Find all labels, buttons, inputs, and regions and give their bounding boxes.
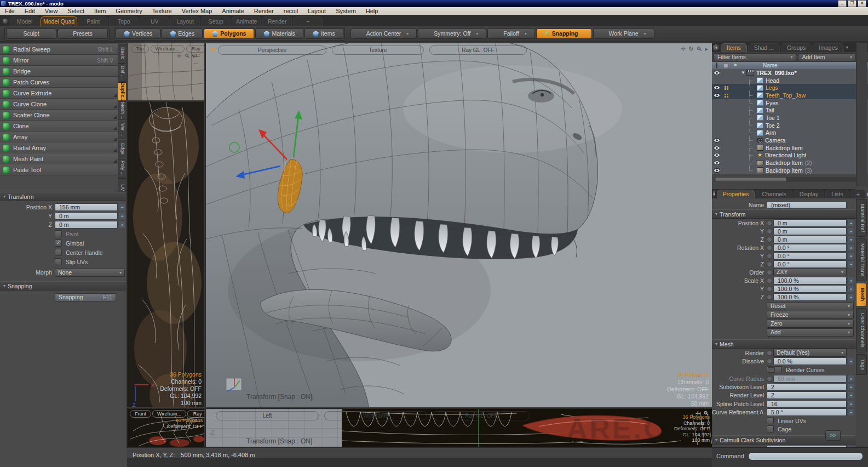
transform-field-row[interactable]: Rotation X 0.0 ° xyxy=(712,243,856,252)
viewport-type-button[interactable]: Perspective xyxy=(218,45,326,55)
tool-list-item[interactable]: Mirror Shift-V xyxy=(0,55,118,66)
viewport-raygl-button[interactable]: Ray GL: ... xyxy=(186,45,206,53)
menu-item[interactable]: Edit xyxy=(20,8,40,14)
channel-dot-icon[interactable] xyxy=(767,237,772,242)
render-column-icon[interactable]: ▦ xyxy=(721,63,731,68)
menu-item[interactable]: recoil xyxy=(279,8,303,14)
spinner-icon[interactable] xyxy=(119,204,125,210)
toolbar-button[interactable]: Sculpt xyxy=(6,29,56,39)
zoom-icon[interactable]: 🔍︎ xyxy=(696,46,702,52)
layout-tab[interactable]: Topo xyxy=(109,16,139,26)
tool-list-item[interactable]: Curve Clone xyxy=(0,99,118,110)
visibility-eye-icon[interactable] xyxy=(712,93,721,98)
tool-category-tab[interactable]: Edge xyxy=(118,140,127,158)
layout-tab[interactable]: Animate xyxy=(232,16,261,26)
transform-checkbox-row[interactable]: Gimbal xyxy=(0,238,127,248)
layout-tab[interactable]: + xyxy=(293,16,323,26)
visibility-eye-icon[interactable] xyxy=(712,168,721,173)
menu-item[interactable]: System xyxy=(331,8,361,14)
visibility-eye-icon[interactable] xyxy=(712,71,721,75)
zoom-icon[interactable]: 🔍︎ xyxy=(184,53,190,59)
spinner-icon[interactable] xyxy=(848,286,854,292)
channel-dot-icon[interactable] xyxy=(767,253,772,259)
tool-list-item[interactable]: Radial Sweep Shift-L xyxy=(0,44,118,55)
spinner-icon[interactable] xyxy=(848,277,854,284)
item-tree-row[interactable]: ▼ Arm xyxy=(712,129,868,137)
transform-checkbox-row[interactable]: Center Handle xyxy=(0,248,127,257)
checkbox[interactable] xyxy=(767,417,774,424)
menu-item[interactable]: Select xyxy=(62,8,89,14)
curve-radius-field-row[interactable]: Curve Radius 50 mm xyxy=(712,374,856,383)
viewport-raygl-button[interactable]: Ray GL: OFF xyxy=(429,45,527,55)
menu-item[interactable]: Geometry xyxy=(111,8,147,14)
viewport-raygl-button[interactable]: Ray GL: OFF xyxy=(433,411,530,420)
item-tree-scrollbar[interactable] xyxy=(714,177,866,182)
viewport-type-button[interactable]: Left xyxy=(216,411,319,420)
item-tree-row[interactable]: ▼ Teeth_Top_Jaw xyxy=(712,92,868,99)
reference-strip-viewport[interactable]: X Z 36 PolygonsChannels: 0Deformers: OFF… xyxy=(127,101,206,409)
spinner-icon[interactable] xyxy=(848,220,854,226)
render-dropdown[interactable]: Default (Yes)▾ xyxy=(773,349,847,357)
spinner-icon[interactable] xyxy=(119,213,125,219)
viewport-shading-button[interactable]: Wirefram... xyxy=(152,410,186,418)
viewport-shading-button[interactable]: Texture xyxy=(332,45,424,55)
toolbar-dropdown[interactable]: Snapping xyxy=(536,29,592,39)
toolbar-dropdown[interactable]: Falloff ▾ xyxy=(487,29,534,39)
layout-tab[interactable]: Layout xyxy=(170,16,200,26)
scale-field-row[interactable]: Scale X 100.0 % xyxy=(712,276,856,284)
front-viewport[interactable]: Front Wirefram... Ray GL... 36 PolygonsD… xyxy=(127,408,206,448)
toolbar-button[interactable]: Presets xyxy=(58,29,108,39)
spinner-icon[interactable] xyxy=(848,384,854,390)
morph-dropdown[interactable]: None▾ xyxy=(55,269,125,277)
properties-side-tab[interactable]: Tags xyxy=(856,354,867,375)
toolbar-dropdown[interactable]: Action Center ▾ xyxy=(350,29,417,39)
mesh-field-row[interactable]: Curve Refinement A ... 5.0 ° xyxy=(712,408,856,417)
item-list-tab[interactable]: Images xyxy=(813,43,843,52)
channel-dot-icon[interactable] xyxy=(767,245,772,250)
item-tree-row[interactable]: ▼ Toe 1 xyxy=(712,114,868,122)
restore-button[interactable]: ❐ xyxy=(848,0,856,7)
properties-tab[interactable]: Lists xyxy=(825,190,849,198)
channel-dot-icon[interactable] xyxy=(767,261,772,267)
visibility-eye-icon[interactable] xyxy=(712,146,721,150)
transform-section-header[interactable]: Transform xyxy=(712,209,856,219)
viewport-shading-button[interactable]: Wirefram... xyxy=(151,45,185,53)
properties-side-tab[interactable]: Material Trans xyxy=(856,238,867,281)
visibility-eye-icon[interactable] xyxy=(712,161,721,165)
checkbox[interactable] xyxy=(55,249,62,256)
item-tree-row[interactable]: ▼ Camera xyxy=(712,136,868,144)
viewport-shading-button[interactable]: Wireframe xyxy=(324,411,427,420)
selection-mode-button[interactable]: Materials xyxy=(255,29,303,39)
filter-items-dropdown[interactable]: Filter Items▾ xyxy=(714,53,796,61)
tool-category-tab[interactable]: Mesh ... xyxy=(118,101,127,120)
selection-mode-button[interactable]: Edges xyxy=(162,29,203,39)
spinner-icon[interactable] xyxy=(848,409,854,415)
chevron-down-icon[interactable]: ▾ xyxy=(845,45,848,52)
tool-category-tab[interactable]: Poly ... xyxy=(118,159,127,178)
spinner-icon[interactable] xyxy=(848,228,854,235)
toolbar-dropdown[interactable]: Symmetry: Off ▾ xyxy=(418,29,486,39)
tool-category-tab[interactable]: Ver ... xyxy=(118,121,127,139)
transform-field-row[interactable]: Position X 0 m xyxy=(712,219,856,227)
checkbox[interactable] xyxy=(55,240,62,247)
spinner-icon[interactable] xyxy=(848,244,854,251)
transform-action-button[interactable]: Reset▾ xyxy=(767,302,854,310)
tool-list-item[interactable]: Scatter Clone xyxy=(0,110,118,121)
menu-item[interactable]: Vertex Map xyxy=(177,8,217,14)
properties-tab[interactable]: + xyxy=(850,190,866,198)
name-field[interactable]: (mixed) xyxy=(767,201,847,209)
transform-field-row[interactable]: Z 0.0 ° xyxy=(712,260,856,268)
layout-tab[interactable]: Model xyxy=(10,16,39,26)
render-curves-toggle-row[interactable]: Render Curves xyxy=(712,365,856,374)
add-item-dropdown[interactable]: Add Item▾ xyxy=(798,53,856,61)
expand-panel-button[interactable]: >> xyxy=(825,430,841,441)
tool-list-item[interactable]: Radial Array xyxy=(0,143,118,153)
back-arrow-icon[interactable]: ◂ xyxy=(713,191,715,197)
item-tree-row[interactable]: ▼ Backdrop Item (2) xyxy=(712,159,868,167)
tool-list-item[interactable]: Curve Extrude xyxy=(0,88,118,99)
back-arrow-icon[interactable]: ◂ xyxy=(713,44,719,50)
selection-mode-button[interactable]: Items xyxy=(304,29,343,39)
spinner-icon[interactable] xyxy=(119,221,125,228)
more-icon[interactable]: ▸ xyxy=(705,46,708,52)
menu-item[interactable]: File xyxy=(0,8,20,14)
